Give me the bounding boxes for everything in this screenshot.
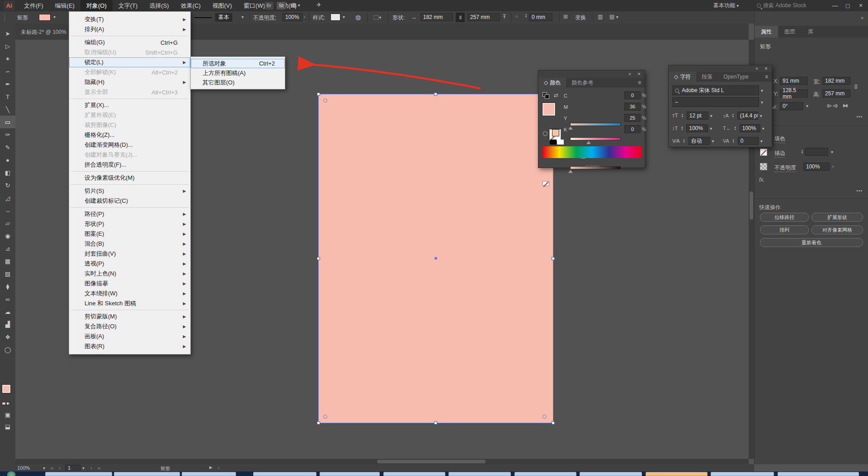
first-artboard-icon[interactable]: « bbox=[51, 465, 53, 471]
status-prev-icon[interactable]: ‹ bbox=[218, 465, 220, 471]
leading-control[interactable]: ↕A ▴▾ (14.4 pt) ▾ bbox=[723, 112, 762, 120]
fx-label[interactable]: fx. bbox=[759, 177, 765, 183]
x-input[interactable]: 91 mm bbox=[780, 77, 808, 85]
menu-object[interactable]: 对象(O) bbox=[80, 0, 113, 11]
status-play-icon[interactable]: ▶ bbox=[209, 465, 212, 470]
stroke-row-swatch[interactable] bbox=[760, 149, 767, 156]
selection-handle-sw[interactable] bbox=[317, 421, 320, 425]
tracking-chevron-icon[interactable]: ▾ bbox=[760, 139, 763, 144]
last-artboard-icon[interactable]: » bbox=[98, 465, 100, 471]
stroke-stepper-icon[interactable]: ▴▾ bbox=[800, 148, 805, 156]
menu-item-transform[interactable]: 变换(T)▶ bbox=[69, 14, 190, 24]
start-button[interactable] bbox=[7, 471, 15, 476]
swap-fill-stroke-icon[interactable]: ⇄ bbox=[554, 92, 558, 98]
font-family-input[interactable]: Adobe 宋体 Std L bbox=[672, 85, 759, 95]
menu-item-blend[interactable]: 混合(B)▶ bbox=[69, 239, 190, 249]
hand-tool[interactable]: ❖ bbox=[0, 331, 15, 343]
tab-layers[interactable]: 图层 bbox=[778, 26, 802, 37]
menu-item-clipping-mask[interactable]: 剪切蒙版(M)▶ bbox=[69, 312, 190, 322]
lasso-tool[interactable]: ∽ bbox=[0, 65, 15, 78]
menu-item-shape[interactable]: 形状(P)▶ bbox=[69, 219, 190, 229]
arrange-documents-icon[interactable]: ▦ ▾ bbox=[291, 2, 300, 8]
horizontal-scale-chevron-icon[interactable]: ▾ bbox=[762, 126, 764, 131]
w-input[interactable]: 182 mm bbox=[822, 77, 850, 85]
transform-more-options-icon[interactable]: ••• bbox=[856, 114, 863, 119]
collapse-panel-icon[interactable]: « bbox=[755, 65, 758, 71]
channel-c-slider[interactable] bbox=[570, 123, 621, 126]
channel-y-input[interactable]: 25 bbox=[624, 114, 641, 122]
menu-item-pattern[interactable]: 图案(E)▶ bbox=[69, 229, 190, 239]
corner-widget-nw[interactable] bbox=[323, 98, 327, 103]
opacity-more-icon[interactable]: › bbox=[832, 164, 834, 169]
flip-horizontal-icon[interactable]: ⧐⧏ bbox=[827, 103, 838, 109]
stroke-weight-control[interactable]: ▴▾ ▾ bbox=[800, 148, 833, 156]
panel-options-icon[interactable]: ▤ ▾ bbox=[609, 14, 618, 20]
arrange-button[interactable]: 排列 bbox=[760, 225, 809, 234]
bridge-button[interactable]: Br bbox=[264, 2, 274, 9]
menu-item-path[interactable]: 路径(P)▶ bbox=[69, 209, 190, 219]
menu-view[interactable]: 视图(V) bbox=[207, 0, 238, 11]
screen-mode-button[interactable]: ⬓ bbox=[0, 420, 15, 433]
menu-item-text-wrap[interactable]: 文本绕排(W)▶ bbox=[69, 289, 190, 299]
menu-edit[interactable]: 编辑(E) bbox=[49, 0, 80, 11]
prev-artboard-icon[interactable]: ‹ bbox=[59, 465, 61, 471]
windows-taskbar[interactable] bbox=[0, 471, 868, 476]
pencil-tool[interactable]: ✎ bbox=[0, 141, 15, 154]
taskbar-window-button[interactable] bbox=[778, 472, 859, 476]
expand-dock-icon[interactable]: » bbox=[861, 15, 863, 20]
menu-item-compound-path[interactable]: 复合路径(O)▶ bbox=[69, 322, 190, 331]
stock-button[interactable]: St bbox=[277, 2, 286, 9]
document-tab[interactable]: 未标题-2* @ 100% bbox=[21, 28, 66, 36]
color-mode-button[interactable] bbox=[2, 402, 6, 405]
menu-item-hide[interactable]: 隐藏(H)▶ bbox=[69, 77, 190, 87]
leading-chevron-icon[interactable]: ▾ bbox=[760, 113, 762, 118]
tab-paragraph[interactable]: 段落 bbox=[696, 72, 718, 82]
kerning-control[interactable]: V⁄A ▴▾ 自动 ▾ bbox=[672, 137, 714, 145]
zoom-tool[interactable]: ◯ bbox=[0, 343, 15, 356]
horizontal-scrollbar[interactable] bbox=[15, 459, 749, 464]
gradient-tool[interactable]: ▨ bbox=[0, 267, 15, 280]
horizontal-scale-control[interactable]: T↔ ▴▾ 100% ▾ bbox=[723, 124, 764, 132]
menu-item-lock[interactable]: 锁定(L)▶ bbox=[69, 57, 190, 67]
recolor-button[interactable]: 重新着色 bbox=[760, 238, 863, 247]
mesh-tool[interactable]: ▦ bbox=[0, 255, 15, 267]
panel-menu-icon[interactable]: ≡ bbox=[634, 78, 645, 88]
menu-file[interactable]: 文件(F) bbox=[18, 0, 49, 11]
angle-input[interactable]: 0° bbox=[780, 102, 803, 110]
minimize-button[interactable]: — bbox=[829, 0, 841, 11]
submenu-item-selection[interactable]: 所选对象Ctrl+2 bbox=[191, 59, 285, 68]
menu-select[interactable]: 选择(S) bbox=[143, 0, 175, 11]
eyedropper-tool[interactable]: ⧫ bbox=[0, 280, 15, 293]
taskbar-window-button[interactable] bbox=[114, 472, 180, 476]
channel-m-input[interactable]: 36 bbox=[624, 103, 641, 111]
out-of-gamut-cube-icon[interactable]: ⬡ bbox=[542, 130, 547, 137]
corner-type-icon[interactable]: ⁘ bbox=[514, 14, 519, 19]
menu-item-live-paint[interactable]: 实时上色(N)▶ bbox=[69, 269, 190, 279]
close-panel-icon[interactable]: × bbox=[637, 71, 641, 77]
none-swatch[interactable] bbox=[542, 181, 549, 186]
stroke-row-label[interactable]: 描边 bbox=[774, 149, 785, 158]
close-button[interactable]: × bbox=[854, 0, 867, 11]
opacity-row-icon[interactable] bbox=[760, 163, 767, 170]
taskbar-window-button[interactable] bbox=[45, 472, 112, 476]
menu-item-artboards[interactable]: 画板(A)▶ bbox=[69, 331, 190, 341]
document-setup-icon[interactable]: ⬚▾ bbox=[373, 14, 381, 20]
transform-panel-label[interactable]: 变换 bbox=[575, 14, 586, 22]
blob-brush-tool[interactable]: ● bbox=[0, 154, 15, 166]
font-style-input[interactable]: – bbox=[672, 97, 759, 107]
menu-item-graph[interactable]: 图表(R)▶ bbox=[69, 341, 190, 351]
offset-path-button[interactable]: 位移路径 bbox=[760, 213, 809, 222]
font-size-chevron-icon[interactable]: ▾ bbox=[710, 113, 712, 118]
align-panel-icon[interactable]: ⊞ bbox=[563, 14, 568, 20]
corner-stepper[interactable]: ▴▾ bbox=[524, 14, 528, 18]
link-dimensions-icon[interactable]: ∞ bbox=[852, 82, 861, 91]
taskbar-window-button[interactable] bbox=[448, 472, 511, 476]
menu-item-line-sketch-art[interactable]: Line 和 Sketch 图稿▶ bbox=[69, 299, 190, 308]
selection-tool[interactable]: ➤ bbox=[0, 27, 15, 40]
direct-selection-tool[interactable]: ▷ bbox=[0, 40, 15, 52]
corner-widget-sw[interactable] bbox=[323, 415, 327, 419]
opacity-row-label[interactable]: 不透明度 bbox=[774, 164, 796, 172]
free-transform-tool[interactable]: ▱ bbox=[0, 217, 15, 229]
channel-m-slider[interactable] bbox=[570, 137, 621, 140]
zoom-level-select[interactable]: 100% bbox=[17, 465, 30, 471]
